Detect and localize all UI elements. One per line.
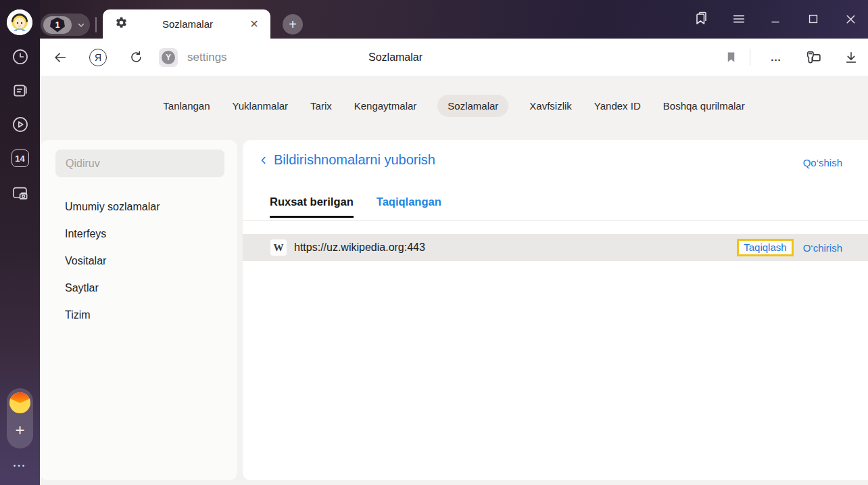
url-text[interactable]: settings — [187, 39, 227, 76]
sidebar-item-tizim[interactable]: Tizim — [65, 309, 91, 321]
settings-workspace: Tanlangan Yuklanmalar Tarix Kengaytmalar… — [40, 76, 868, 485]
bookmarks-panel-icon[interactable] — [688, 5, 715, 32]
minimize-button[interactable] — [762, 5, 789, 32]
tab-ruxsat-berilgan[interactable]: Ruxsat berilgan — [270, 195, 354, 218]
user-avatar[interactable] — [7, 9, 32, 35]
back-icon[interactable] — [48, 39, 72, 76]
screenshot-icon[interactable] — [0, 184, 40, 202]
downloads-icon[interactable] — [839, 39, 863, 76]
site-url: https://uz.wikipedia.org:443 — [294, 241, 737, 254]
yandex-home-icon[interactable]: Я — [87, 39, 109, 76]
tab-sozlamalar[interactable]: Sozlamalar ✕ — [103, 9, 270, 39]
sidebar-item-umumiy[interactable]: Umumiy sozlamalar — [65, 201, 160, 213]
close-button[interactable] — [837, 5, 864, 32]
settings-gear-icon — [115, 16, 128, 32]
nav-tab-yandex-id[interactable]: Yandex ID — [593, 95, 642, 117]
toolbar-divider — [750, 49, 750, 66]
reload-icon[interactable] — [125, 39, 147, 76]
browser-window: 14 + ••• 1 — [0, 0, 868, 485]
taqiqlash-highlight-box: Taqiqlash — [737, 239, 793, 256]
calendar-count: 14 — [11, 149, 29, 167]
extensions-badge-icon[interactable] — [801, 39, 825, 76]
sidebar-item-saytlar[interactable]: Saytlar — [65, 282, 99, 294]
site-favicon: Y — [159, 48, 178, 67]
site-row: W https://uz.wikipedia.org:443 Taqiqlash… — [243, 234, 868, 261]
nav-tab-tanlangan[interactable]: Tanlangan — [162, 95, 211, 117]
settings-sidebar: Umumiy sozlamalar Interfeys Vositalar Sa… — [40, 140, 237, 480]
tabs-divider — [243, 220, 868, 221]
nav-tab-xavfsizlik[interactable]: Xavfsizlik — [528, 95, 573, 117]
chevron-down-icon[interactable] — [72, 21, 90, 29]
services-pill: + — [7, 388, 33, 448]
nav-tab-kengaytmalar[interactable]: Kengaytmalar — [353, 95, 418, 117]
nav-tab-tarix[interactable]: Tarix — [309, 95, 333, 117]
nav-tab-sozlamalar[interactable]: Sozlamalar — [437, 95, 508, 117]
bookmark-icon[interactable] — [719, 39, 742, 76]
sidebar-item-vositalar[interactable]: Vositalar — [65, 255, 106, 267]
calendar-icon[interactable]: 14 — [0, 149, 40, 167]
toolbar: Я Y settings Sozlamalar ... — [40, 39, 868, 76]
menu-icon[interactable] — [725, 5, 752, 32]
permission-tabs: Ruxsat berilgan Taqiqlangan — [270, 195, 441, 218]
rail-more-icon[interactable]: ••• — [0, 462, 40, 469]
settings-search-input[interactable] — [55, 149, 224, 177]
tabstrip-divider — [95, 17, 97, 32]
tab-count-value: 1 — [50, 18, 65, 32]
tab-counter-chip: 1 — [43, 16, 72, 34]
browser-nav-tabs: Tanlangan Yuklanmalar Tarix Kengaytmalar… — [40, 95, 868, 117]
tab-title: Sozlamalar — [128, 18, 247, 30]
sidebar-item-interfeys[interactable]: Interfeys — [65, 228, 106, 240]
history-icon[interactable] — [0, 48, 40, 66]
settings-main-panel: Bildirishnomalarni yuborish Qo‘shish Rux… — [243, 140, 868, 480]
omnibox-page-title: Sozlamalar — [368, 39, 423, 76]
more-icon[interactable]: ... — [765, 39, 788, 76]
ban-link[interactable]: Taqiqlash — [744, 241, 786, 253]
tab-close-icon[interactable]: ✕ — [247, 18, 261, 30]
notes-icon[interactable] — [0, 82, 40, 99]
section-header[interactable]: Bildirishnomalarni yuborish — [259, 152, 435, 168]
page-title: Bildirishnomalarni yuborish — [274, 152, 435, 168]
add-site-link[interactable]: Qo‘shish — [803, 157, 842, 168]
nav-tab-yuklanmalar[interactable]: Yuklanmalar — [231, 95, 290, 117]
video-icon[interactable] — [0, 116, 40, 133]
nav-tab-boshqa-qurilmalar[interactable]: Boshqa qurilmalar — [662, 95, 746, 117]
add-service-button[interactable]: + — [7, 419, 33, 441]
tab-taqiqlangan[interactable]: Taqiqlangan — [377, 195, 441, 218]
new-tab-button[interactable]: + — [283, 14, 303, 34]
maximize-button[interactable] — [800, 5, 827, 32]
wikipedia-favicon: W — [270, 239, 287, 256]
mail-icon[interactable] — [9, 392, 30, 413]
remove-link[interactable]: O‘chirish — [803, 242, 842, 254]
tab-counter[interactable]: 1 — [41, 14, 90, 36]
back-chevron-icon[interactable] — [259, 154, 268, 166]
